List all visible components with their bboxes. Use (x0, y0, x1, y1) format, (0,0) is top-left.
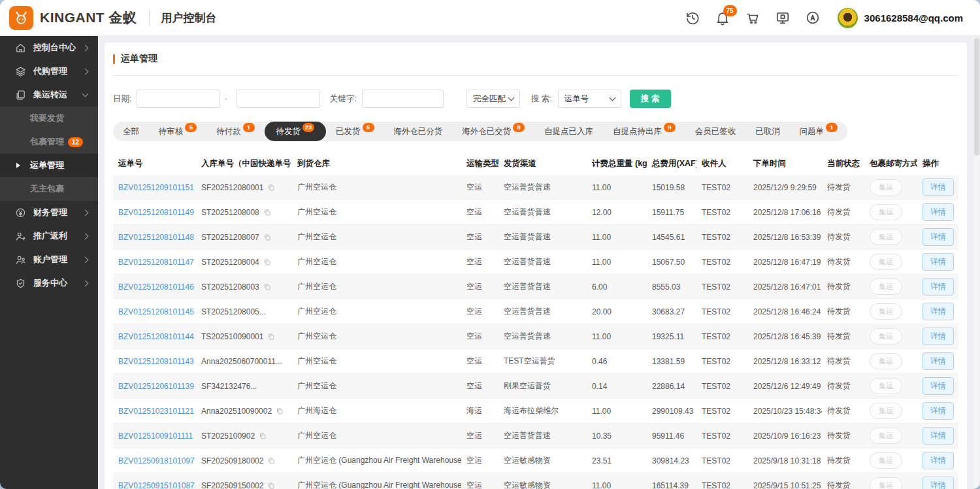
column-header: 下单时间 (748, 152, 822, 175)
history-icon[interactable] (685, 10, 700, 25)
detail-button[interactable]: 详情 (923, 303, 954, 320)
status-tab[interactable]: 全部 (113, 122, 149, 141)
sidebar-item[interactable]: 控制台中心 (0, 36, 98, 59)
sidebar-subitem-label: 运单管理 (30, 160, 64, 171)
tab-badge: 23 (302, 123, 314, 132)
keyword-input[interactable] (362, 90, 444, 108)
sidebar-item[interactable]: 财务管理 (0, 201, 98, 224)
chevron-down-icon (508, 95, 514, 101)
waybill-link[interactable]: BZV01250915101087 (118, 481, 195, 489)
copy-icon[interactable] (259, 432, 267, 440)
service-icon (15, 278, 26, 289)
tab-label: 待发货 (276, 126, 301, 137)
detail-button[interactable]: 详情 (923, 377, 954, 395)
waybill-link[interactable]: BZV01251208101144 (118, 332, 194, 341)
copy-icon[interactable] (263, 209, 271, 216)
cell-waybill: BZV01251023101121 (113, 399, 196, 424)
search-button[interactable]: 搜 索 (630, 90, 671, 108)
status-tab[interactable]: 待发货 23 (265, 122, 327, 141)
mail-method-pill: 集运 (870, 452, 902, 469)
app-window: KINGANT 金蚁 用户控制台 75 3061628584@qq.com (0, 0, 980, 489)
cell-weight: 11.00 (587, 324, 647, 349)
sidebar-item-label: 服务中心 (33, 277, 67, 289)
status-tab[interactable]: 待付款 1 (206, 122, 264, 141)
status-tab[interactable]: 会员已签收 (685, 122, 745, 141)
status-tab[interactable]: 待审核 5 (149, 122, 206, 141)
detail-button[interactable]: 详情 (923, 402, 954, 420)
search-type-select[interactable]: 运单号 (558, 90, 621, 108)
copy-icon[interactable] (267, 333, 275, 341)
copy-icon[interactable] (267, 184, 275, 192)
brand-logo[interactable] (9, 6, 33, 30)
waybill-link[interactable]: BZV01251208101148 (118, 233, 194, 242)
sidebar-item[interactable]: 集运转运 (0, 83, 98, 107)
cell-channel: 空运普货普速 (498, 299, 587, 324)
cell-warehouse: 广州空运仓 (Guangzhou Air Freight Warehouse) (292, 448, 461, 473)
sidebar-subitem[interactable]: 包裹管理 12 (0, 130, 98, 154)
waybill-link[interactable]: BZV01251209101151 (118, 183, 194, 192)
cell-warehouse: 广州空运仓 (292, 299, 461, 324)
tab-label: 待付款 (216, 126, 241, 137)
sidebar-item[interactable]: 账户管理 (0, 248, 98, 271)
sidebar-item[interactable]: 推广返利 (0, 224, 98, 248)
scrollbar-thumb[interactable] (974, 38, 979, 156)
sidebar-subitem[interactable]: 无主包裹 (0, 177, 98, 201)
page-scrollbar[interactable] (974, 37, 979, 487)
detail-button[interactable]: 详情 (923, 253, 954, 271)
cell-status: 待发货 (822, 175, 864, 200)
cell-order-time: 2025/12/9 9:29:59 (748, 175, 822, 200)
copy-icon[interactable] (267, 482, 275, 489)
user-avatar[interactable] (838, 8, 858, 28)
detail-button[interactable]: 详情 (923, 427, 954, 445)
mail-method-pill: 集运 (870, 204, 902, 220)
status-tab[interactable]: 海外仓已分货 (384, 122, 452, 141)
waybill-link[interactable]: BZV01251206101139 (118, 382, 194, 391)
waybill-link[interactable]: BZV01251208101146 (118, 282, 194, 292)
detail-button[interactable]: 详情 (923, 477, 954, 489)
status-tab[interactable]: 已发货 6 (326, 122, 384, 141)
status-tab[interactable]: 自提点已入库 (534, 122, 603, 141)
cell-order-time: 2025/12/8 16:47:01 (748, 275, 822, 299)
waybill-link[interactable]: BZV01251208101143 (118, 357, 194, 366)
detail-button[interactable]: 详情 (923, 203, 954, 221)
waybill-link[interactable]: BZV01251208101145 (118, 307, 194, 316)
copy-icon[interactable] (263, 258, 271, 266)
status-tab[interactable]: 自提点待出库 9 (603, 122, 685, 141)
sidebar-item[interactable]: 代购管理 (0, 59, 98, 83)
sidebar-item[interactable]: 服务中心 (0, 271, 98, 295)
waybill-link[interactable]: BZV01251208101149 (118, 208, 194, 217)
match-mode-select[interactable]: 完全匹配 (466, 90, 520, 108)
detail-button[interactable]: 详情 (923, 178, 954, 196)
monitor-icon[interactable] (775, 10, 791, 25)
cell-channel: 刚果空运普货 (498, 374, 587, 399)
copy-icon[interactable] (263, 233, 271, 241)
waybill-link[interactable]: BZV01251009101111 (118, 431, 193, 441)
detail-button[interactable]: 详情 (923, 228, 954, 246)
letter-a-circle-icon[interactable] (805, 10, 821, 25)
detail-button[interactable]: 详情 (923, 278, 954, 295)
detail-button[interactable]: 详情 (923, 352, 954, 370)
cell-inbound: ST20251208008 (196, 200, 292, 225)
copy-icon[interactable] (267, 457, 275, 465)
cell-total-fee: 309814.23 (647, 448, 696, 473)
waybill-link[interactable]: BZV01251023101121 (118, 407, 194, 416)
detail-button[interactable]: 详情 (923, 452, 954, 469)
copy-icon[interactable] (263, 283, 271, 291)
status-tab[interactable]: 已取消 (745, 122, 789, 141)
table-row: BZV01250915101087 SF202509150002 广州空运仓 (… (113, 473, 958, 489)
sidebar-subitem[interactable]: 我要发货 (0, 107, 98, 130)
cell-waybill: BZV01251208101144 (113, 324, 196, 349)
status-tab[interactable]: 问题单 1 (790, 122, 847, 141)
tab-badge: 9 (664, 123, 676, 132)
copy-icon[interactable] (276, 407, 284, 415)
cell-status: 待发货 (822, 275, 864, 299)
date-from-input[interactable] (137, 90, 220, 108)
status-tab[interactable]: 海外仓已交货 8 (452, 122, 534, 141)
date-to-input[interactable] (237, 90, 320, 108)
cart-icon[interactable] (745, 10, 760, 25)
waybill-link[interactable]: BZV01251208101147 (118, 258, 194, 267)
waybill-link[interactable]: BZV01250918101097 (118, 456, 195, 465)
sidebar-subitem[interactable]: 运单管理 (0, 154, 98, 177)
detail-button[interactable]: 详情 (923, 328, 954, 345)
notifications-bell-icon[interactable]: 75 (715, 10, 730, 25)
